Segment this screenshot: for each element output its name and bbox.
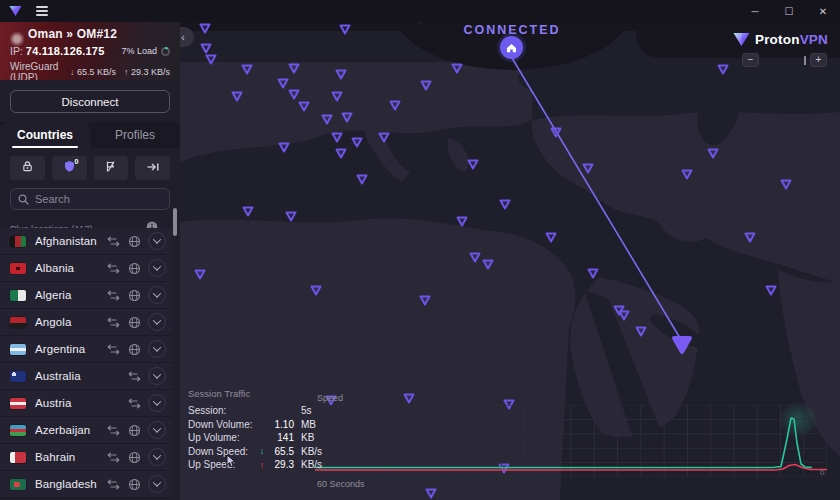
globe-icon[interactable] (127, 477, 141, 491)
country-row-bangladesh[interactable]: Bangladesh (0, 471, 172, 498)
globe-icon[interactable] (127, 288, 141, 302)
secure-core-button[interactable] (10, 156, 45, 180)
map-pin[interactable] (617, 308, 631, 326)
map-pin[interactable] (581, 161, 595, 179)
expand-country-button[interactable] (148, 259, 166, 277)
streaming-swap-icon[interactable] (106, 477, 120, 491)
close-button[interactable]: ✕ (806, 0, 840, 22)
map-pin[interactable] (424, 486, 438, 500)
st-value: 65.5 (268, 446, 294, 457)
disconnect-button[interactable]: Disconnect (10, 90, 170, 113)
map-pin[interactable] (388, 98, 402, 116)
map-pin[interactable] (204, 52, 218, 70)
expand-country-button[interactable] (148, 340, 166, 358)
map-pin[interactable] (680, 167, 694, 185)
kill-switch-button[interactable] (94, 156, 129, 180)
netshield-button[interactable]: 0 (52, 156, 87, 180)
globe-icon[interactable] (127, 315, 141, 329)
streaming-swap-icon[interactable] (106, 342, 120, 356)
home-location-pin[interactable] (500, 36, 523, 59)
expand-country-button[interactable] (148, 367, 166, 385)
country-row-bahrain[interactable]: Bahrain (0, 444, 172, 471)
streaming-swap-icon[interactable] (127, 396, 141, 410)
globe-icon[interactable] (127, 423, 141, 437)
map-pin[interactable] (764, 283, 778, 301)
streaming-swap-icon[interactable] (106, 315, 120, 329)
map-pin[interactable] (455, 214, 469, 232)
session-traffic-panel: Session Traffic Session:5sDown Volume:1.… (188, 388, 338, 472)
map-pin[interactable] (466, 157, 480, 175)
search-box[interactable] (10, 188, 170, 210)
map-pin[interactable] (779, 177, 793, 195)
map-pin[interactable] (586, 266, 600, 284)
expand-country-button[interactable] (148, 448, 166, 466)
map-pin[interactable] (549, 125, 563, 143)
brand-proton: Proton (755, 32, 800, 47)
globe-icon[interactable] (127, 234, 141, 248)
maximize-button[interactable]: ☐ (772, 0, 806, 22)
port-forwarding-button[interactable] (135, 156, 170, 180)
hamburger-menu-icon[interactable] (36, 6, 48, 16)
map-pin[interactable] (340, 110, 354, 128)
zoom-out-button[interactable]: − (742, 53, 759, 67)
map-pin[interactable] (241, 204, 255, 222)
map-pin[interactable] (544, 230, 558, 248)
country-row-afghanistan[interactable]: Afghanistan (0, 228, 172, 255)
search-input[interactable] (35, 193, 155, 205)
map-pin[interactable] (277, 140, 291, 158)
streaming-swap-icon[interactable] (127, 369, 141, 383)
sidebar-scrollbar[interactable] (173, 208, 177, 236)
country-row-angola[interactable]: Angola (0, 309, 172, 336)
zoom-in-button[interactable]: + (810, 53, 827, 67)
map-pin[interactable] (498, 197, 512, 215)
streaming-swap-icon[interactable] (106, 261, 120, 275)
streaming-swap-icon[interactable] (106, 450, 120, 464)
map-pin[interactable] (419, 78, 433, 96)
map-pin[interactable] (716, 62, 730, 80)
expand-country-button[interactable] (148, 394, 166, 412)
map-pin[interactable] (743, 230, 757, 248)
st-value: 141 (268, 432, 294, 443)
globe-icon[interactable] (127, 261, 141, 275)
map-pin[interactable] (230, 89, 244, 107)
map-pin[interactable] (297, 99, 311, 117)
streaming-swap-icon[interactable] (106, 288, 120, 302)
expand-country-button[interactable] (148, 421, 166, 439)
globe-icon[interactable] (127, 450, 141, 464)
map-pin[interactable] (634, 324, 648, 342)
map-pin[interactable] (418, 293, 432, 311)
map-pin[interactable] (284, 209, 298, 227)
country-name: Afghanistan (35, 235, 97, 247)
map-pin[interactable] (193, 267, 207, 285)
expand-country-button[interactable] (148, 232, 166, 250)
streaming-swap-icon[interactable] (106, 423, 120, 437)
map-pin[interactable] (334, 67, 348, 85)
tab-profiles[interactable]: Profiles (90, 122, 180, 148)
map-pin[interactable] (706, 146, 720, 164)
map-pin[interactable] (309, 283, 323, 301)
map-pin[interactable] (468, 250, 482, 268)
country-row-algeria[interactable]: Algeria (0, 282, 172, 309)
globe-icon[interactable] (127, 342, 141, 356)
map-pin[interactable] (240, 62, 254, 80)
country-row-azerbaijan[interactable]: Azerbaijan (0, 417, 172, 444)
country-row-albania[interactable]: Albania (0, 255, 172, 282)
expand-country-button[interactable] (148, 475, 166, 493)
map-pin[interactable] (350, 135, 364, 153)
map-pin[interactable] (481, 257, 495, 275)
expand-country-button[interactable] (148, 286, 166, 304)
country-row-argentina[interactable]: Argentina (0, 336, 172, 363)
map-pin[interactable] (330, 89, 344, 107)
streaming-swap-icon[interactable] (106, 234, 120, 248)
map-pin[interactable] (377, 130, 391, 148)
map-pin[interactable] (450, 61, 464, 79)
expand-country-button[interactable] (148, 313, 166, 331)
map-pin[interactable] (355, 172, 369, 190)
tab-countries[interactable]: Countries (0, 122, 90, 148)
minimize-button[interactable]: ─ (738, 0, 772, 22)
map-pin[interactable] (320, 112, 334, 130)
country-row-australia[interactable]: Australia (0, 363, 172, 390)
country-row-austria[interactable]: Austria (0, 390, 172, 417)
flag-bangladesh (10, 479, 26, 490)
map-pin[interactable] (334, 146, 348, 164)
